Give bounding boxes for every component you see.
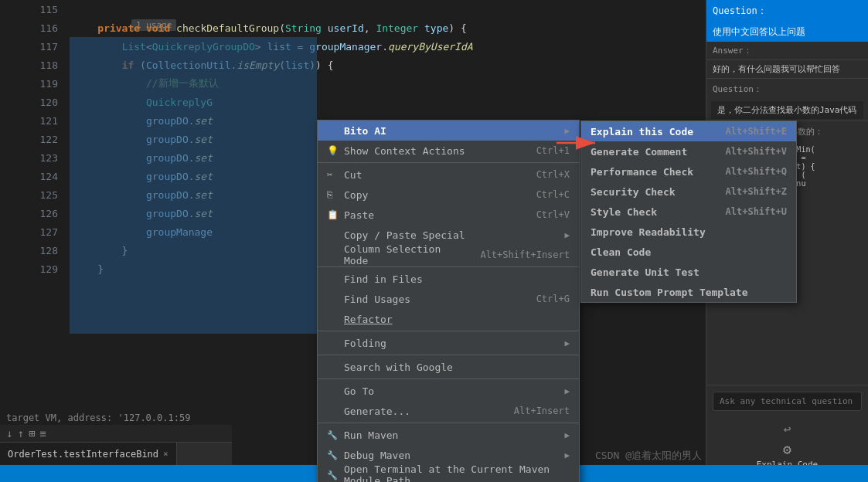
cut-icon: ✂ bbox=[327, 169, 341, 180]
code-line-118: 118 if (CollectionUtil.isEmpty(list)) { bbox=[35, 56, 713, 74]
terminal-up-icon: ↑ bbox=[17, 427, 23, 440]
terminal-toolbar: ↓ ↑ ⊞ ≡ bbox=[0, 425, 232, 442]
menu-item-search-google[interactable]: Search with Google bbox=[318, 357, 579, 377]
terminal-grid-icon: ⊞ bbox=[29, 427, 35, 440]
debug-maven-arrow-icon: ▶ bbox=[564, 450, 570, 460]
watermark: CSDN @追着太阳的男人 bbox=[595, 449, 702, 463]
submenu-clean-code[interactable]: Clean Code bbox=[581, 242, 796, 262]
column-selection-shortcut: Alt+Shift+Insert bbox=[480, 249, 570, 260]
folding-label: Folding bbox=[344, 338, 561, 349]
submenu-generate-comment[interactable]: Generate Comment Alt+Shift+V bbox=[581, 141, 796, 161]
question-label-2: Question： bbox=[706, 79, 868, 100]
go-to-arrow-icon: ▶ bbox=[564, 386, 570, 396]
generate-unit-test-label: Generate Unit Test bbox=[591, 266, 787, 278]
answer-label: Answer： bbox=[706, 42, 868, 60]
separator-2 bbox=[318, 266, 579, 267]
cut-label: Cut bbox=[344, 169, 521, 181]
find-in-files-label: Find in Files bbox=[344, 273, 570, 285]
submenu-security-check[interactable]: Security Check Alt+Shift+Z bbox=[581, 182, 796, 202]
copy-paste-special-label: Copy / Paste Special bbox=[344, 229, 561, 241]
debug-maven-label: Debug Maven bbox=[344, 450, 561, 461]
submenu-style-check[interactable]: Style Check Alt+Shift+U bbox=[581, 202, 796, 222]
separator-6 bbox=[318, 423, 579, 423]
menu-item-copy[interactable]: ⎘ Copy Ctrl+C bbox=[318, 185, 579, 205]
search-google-label: Search with Google bbox=[344, 362, 570, 373]
menu-item-generate[interactable]: Generate... Alt+Insert bbox=[318, 401, 579, 421]
run-custom-prompt-label: Run Custom Prompt Template bbox=[591, 287, 787, 298]
menu-item-find-usages[interactable]: Find Usages Ctrl+G bbox=[318, 289, 579, 309]
bito-submenu: Explain this Code Alt+Shift+E Generate C… bbox=[580, 120, 797, 303]
menu-item-show-context[interactable]: 💡 Show Context Actions Ctrl+1 bbox=[318, 141, 579, 161]
go-to-label: Go To bbox=[344, 385, 561, 397]
menu-item-refactor[interactable]: Refactor bbox=[318, 309, 579, 329]
context-menu: Bito AI ▶ Explain this Code Alt+Shift+E … bbox=[317, 120, 580, 482]
editor-tab[interactable]: OrderTest.testInterfaceBind × bbox=[0, 443, 177, 465]
clean-code-label: Clean Code bbox=[591, 246, 787, 258]
cut-shortcut: Ctrl+X bbox=[536, 169, 570, 180]
menu-item-open-terminal[interactable]: 🔧 Open Terminal at the Current Maven Mod… bbox=[318, 465, 579, 482]
menu-item-cut[interactable]: ✂ Cut Ctrl+X bbox=[318, 165, 579, 185]
refactor-label: Refactor bbox=[344, 314, 567, 325]
menu-item-go-to[interactable]: Go To ▶ bbox=[318, 381, 579, 401]
explain-icon: ⚙ bbox=[783, 441, 791, 457]
question-text-2: 是，你二分法查找最小数的Java代码 bbox=[711, 101, 863, 119]
terminal-down-icon: ↓ bbox=[6, 427, 12, 440]
column-selection-label: Column Selection Mode bbox=[344, 243, 465, 266]
question-label-1: Question： bbox=[706, 0, 868, 22]
paste-icon: 📋 bbox=[327, 209, 341, 220]
question-text-1: 使用中文回答以上问题 bbox=[706, 22, 868, 42]
find-usages-label: Find Usages bbox=[344, 294, 521, 305]
submenu-explain-code[interactable]: Explain this Code Alt+Shift+E bbox=[581, 121, 796, 141]
paste-shortcut: Ctrl+V bbox=[536, 209, 570, 220]
explain-code-shortcut: Alt+Shift+E bbox=[726, 126, 787, 137]
tab-bar: OrderTest.testInterfaceBind × bbox=[0, 442, 232, 465]
submenu-generate-unit-test[interactable]: Generate Unit Test bbox=[581, 262, 796, 282]
style-check-shortcut: Alt+Shift+U bbox=[726, 206, 787, 217]
separator-5 bbox=[318, 378, 579, 379]
menu-item-paste[interactable]: 📋 Paste Ctrl+V bbox=[318, 205, 579, 225]
copy-label: Copy bbox=[344, 189, 521, 201]
submenu-performance-check[interactable]: Performance Check Alt+Shift+Q bbox=[581, 161, 796, 182]
answer-text: 好的，有什么问题我可以帮忙回答 bbox=[706, 60, 868, 79]
show-context-shortcut: Ctrl+1 bbox=[536, 145, 570, 156]
undo-icon: ↩ bbox=[784, 422, 791, 436]
generate-shortcut: Alt+Insert bbox=[514, 406, 570, 416]
copy-shortcut: Ctrl+C bbox=[536, 189, 570, 200]
submenu-improve-readability[interactable]: Improve Readability bbox=[581, 222, 796, 242]
security-check-shortcut: Alt+Shift+Z bbox=[726, 186, 787, 197]
code-line-119: 119 //新增一条默认 bbox=[35, 74, 713, 93]
generate-comment-shortcut: Alt+Shift+V bbox=[726, 146, 787, 157]
light-bulb-icon: 💡 bbox=[327, 145, 341, 156]
explain-code-submenu-label: Explain this Code bbox=[591, 126, 726, 137]
security-check-label: Security Check bbox=[591, 186, 726, 198]
menu-item-run-maven[interactable]: 🔧 Run Maven ▶ bbox=[318, 425, 579, 445]
debug-maven-icon: 🔧 bbox=[327, 450, 341, 460]
tab-close-button[interactable]: × bbox=[163, 449, 168, 459]
menu-item-folding[interactable]: Folding ▶ bbox=[318, 333, 579, 353]
style-check-label: Style Check bbox=[591, 206, 726, 218]
separator-3 bbox=[318, 331, 579, 331]
run-maven-label: Run Maven bbox=[344, 429, 561, 441]
copy-paste-special-arrow-icon: ▶ bbox=[564, 230, 570, 240]
paste-label: Paste bbox=[344, 209, 521, 221]
show-context-label: Show Context Actions bbox=[344, 145, 521, 157]
menu-item-debug-maven[interactable]: 🔧 Debug Maven ▶ bbox=[318, 445, 579, 465]
menu-item-bito-ai[interactable]: Bito AI ▶ Explain this Code Alt+Shift+E … bbox=[318, 120, 579, 141]
find-usages-shortcut: Ctrl+G bbox=[536, 294, 570, 304]
run-maven-arrow-icon: ▶ bbox=[564, 430, 570, 440]
ask-input[interactable] bbox=[713, 392, 862, 411]
menu-item-copy-paste-special[interactable]: Copy / Paste Special ▶ bbox=[318, 225, 579, 245]
generate-label: Generate... bbox=[344, 406, 499, 417]
code-line-115: 115 bbox=[35, 0, 713, 19]
submenu-run-custom-prompt[interactable]: Run Custom Prompt Template bbox=[581, 282, 796, 302]
separator-4 bbox=[318, 355, 579, 355]
run-maven-icon: 🔧 bbox=[327, 430, 341, 440]
menu-item-find-in-files[interactable]: Find in Files bbox=[318, 269, 579, 289]
folding-arrow-icon: ▶ bbox=[564, 338, 570, 348]
code-line-117: 117 List<QuickreplyGroupDO> list = group… bbox=[35, 37, 713, 56]
code-line-120: 120 QuickreplyG bbox=[35, 93, 713, 111]
generate-comment-label: Generate Comment bbox=[591, 146, 726, 158]
bito-arrow-icon: ▶ bbox=[564, 126, 570, 136]
menu-item-column-selection[interactable]: Column Selection Mode Alt+Shift+Insert bbox=[318, 245, 579, 265]
copy-icon: ⎘ bbox=[327, 189, 341, 200]
